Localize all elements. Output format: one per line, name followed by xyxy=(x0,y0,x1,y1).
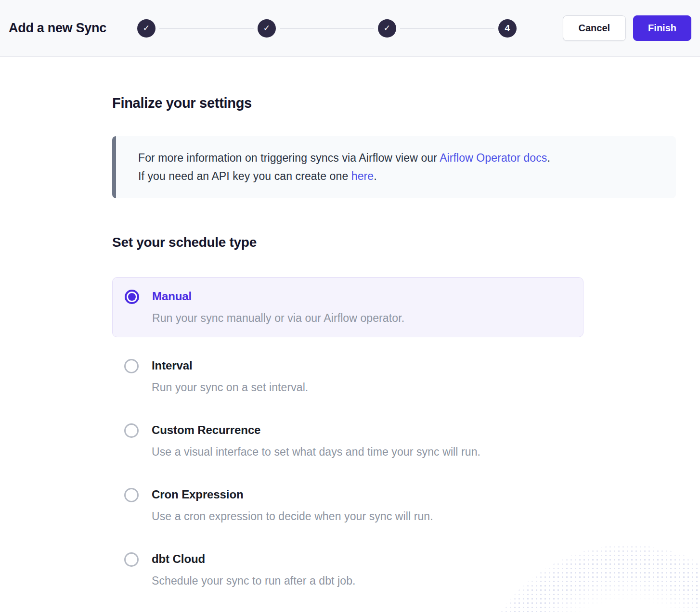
info-callout: For more information on triggering syncs… xyxy=(112,136,676,198)
wizard-stepper: ✓ ✓ ✓ 4 xyxy=(137,19,517,38)
option-texts: dbt Cloud Schedule your sync to run afte… xyxy=(152,551,676,588)
step-number: 4 xyxy=(505,23,510,34)
step-connector xyxy=(280,28,374,29)
callout-line2-period: . xyxy=(374,170,377,182)
page-title: Add a new Sync xyxy=(9,21,106,36)
finish-button[interactable]: Finish xyxy=(633,15,691,41)
option-description: Run your sync manually or via our Airflo… xyxy=(152,311,571,325)
step-2-complete[interactable]: ✓ xyxy=(258,19,276,38)
radio-custom-recurrence[interactable] xyxy=(124,423,139,438)
option-cron-expression[interactable]: Cron Expression Use a cron expression to… xyxy=(112,487,676,523)
option-label: Manual xyxy=(152,289,571,304)
cancel-button[interactable]: Cancel xyxy=(563,15,626,41)
radio-interval[interactable] xyxy=(124,359,139,373)
option-label: Interval xyxy=(152,358,676,373)
option-texts: Interval Run your sync on a set interval… xyxy=(152,358,676,395)
option-description: Use a visual interface to set what days … xyxy=(152,445,676,459)
option-texts: Custom Recurrence Use a visual interface… xyxy=(152,422,676,459)
option-texts: Manual Run your sync manually or via our… xyxy=(152,289,571,325)
option-custom-recurrence[interactable]: Custom Recurrence Use a visual interface… xyxy=(112,422,676,459)
option-label: dbt Cloud xyxy=(152,551,676,567)
option-description: Schedule your sync to run after a dbt jo… xyxy=(152,574,676,588)
step-1-complete[interactable]: ✓ xyxy=(137,19,156,38)
radio-cron-expression[interactable] xyxy=(124,488,139,502)
option-description: Use a cron expression to decide when you… xyxy=(152,509,676,523)
add-sync-wizard-page: Add a new Sync ✓ ✓ ✓ 4 Cancel Finish Fin… xyxy=(0,0,700,612)
step-3-complete[interactable]: ✓ xyxy=(378,19,396,38)
option-texts: Cron Expression Use a cron expression to… xyxy=(152,487,676,523)
step-connector xyxy=(400,28,494,29)
check-icon: ✓ xyxy=(384,23,390,33)
option-label: Cron Expression xyxy=(152,487,676,502)
option-label: Custom Recurrence xyxy=(152,422,676,438)
wizard-header: Add a new Sync ✓ ✓ ✓ 4 Cancel Finish xyxy=(0,0,700,57)
api-key-here-link[interactable]: here xyxy=(351,170,374,182)
check-icon: ✓ xyxy=(263,23,270,33)
finalize-settings-heading: Finalize your settings xyxy=(112,95,676,111)
option-interval[interactable]: Interval Run your sync on a set interval… xyxy=(112,358,676,395)
callout-line2-text: If you need an API key you can create on… xyxy=(138,170,351,182)
step-connector xyxy=(159,28,254,29)
callout-line1-period: . xyxy=(547,152,550,164)
schedule-type-options: Manual Run your sync manually or via our… xyxy=(112,277,676,588)
radio-manual-selected[interactable] xyxy=(125,290,139,304)
option-description: Run your sync on a set interval. xyxy=(152,380,676,395)
option-dbt-cloud[interactable]: dbt Cloud Schedule your sync to run afte… xyxy=(112,551,676,588)
callout-text: For more information on triggering syncs… xyxy=(138,149,661,185)
main-content: Finalize your settings For more informat… xyxy=(0,95,700,588)
option-manual[interactable]: Manual Run your sync manually or via our… xyxy=(112,277,583,337)
step-4-current[interactable]: 4 xyxy=(498,19,517,38)
airflow-operator-docs-link[interactable]: Airflow Operator docs xyxy=(440,152,547,164)
check-icon: ✓ xyxy=(143,23,150,33)
schedule-type-heading: Set your schedule type xyxy=(112,235,676,250)
radio-dbt-cloud[interactable] xyxy=(124,552,139,567)
header-actions: Cancel Finish xyxy=(563,15,691,41)
callout-line1-text: For more information on triggering syncs… xyxy=(138,152,440,164)
